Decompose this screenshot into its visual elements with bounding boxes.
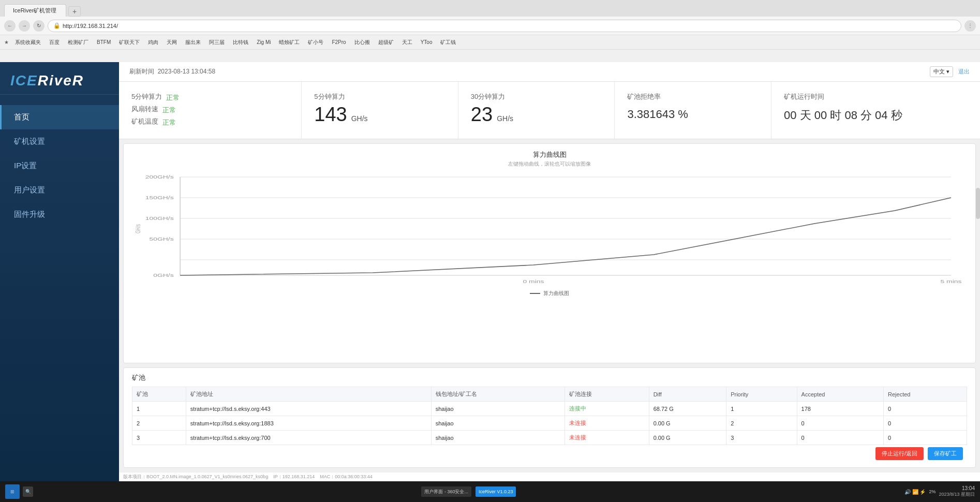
cell-pool-id: 3 xyxy=(132,431,186,445)
system-clock: 13:04 2023/8/13 星期日 xyxy=(939,485,975,498)
bookmark-15[interactable]: 比心搬 xyxy=(352,38,372,47)
bookmark-16[interactable]: 超级矿 xyxy=(376,38,396,47)
sidebar-logo: ICERiveR xyxy=(0,62,119,95)
bookmark-3[interactable]: 检测矿厂 xyxy=(66,38,91,47)
taskbar-system: 🔊 📶 ⚡ 2% 13:04 2023/8/13 星期日 xyxy=(904,485,975,498)
svg-text:5 mins: 5 mins xyxy=(940,279,961,284)
sidebar-item-ip-settings[interactable]: IP设置 xyxy=(0,154,119,178)
logo: ICERiveR xyxy=(10,72,109,89)
start-button[interactable]: ⊞ xyxy=(5,484,20,499)
col-header-rejected: Rejected xyxy=(884,387,967,402)
cell-accepted: 0 xyxy=(797,416,883,431)
logo-ice: ICE xyxy=(10,72,38,88)
browser-chrome: IceRiver矿机管理 + ← → ↻ 🔒 http://192.168.31… xyxy=(0,0,980,62)
bookmark-1[interactable]: 系统收藏夹 xyxy=(13,38,43,47)
taskbar-start: ⊞ 🔍 xyxy=(5,484,33,499)
table-row: 1 stratum+tcp://lsd.s.eksy.org:443 shaij… xyxy=(132,402,967,416)
sidebar-item-user-settings[interactable]: 用户设置 xyxy=(0,178,119,202)
sidebar-item-home[interactable]: 首页 xyxy=(0,105,119,129)
chart-legend: 算力曲线图 xyxy=(132,290,967,297)
bookmark-14[interactable]: F2Pro xyxy=(330,38,348,46)
stop-button[interactable]: 停止运行/返回 xyxy=(875,447,924,460)
menu-button[interactable]: ⋮ xyxy=(964,20,976,32)
bookmark-8[interactable]: 服出来 xyxy=(183,38,203,47)
cell-pool-address: stratum+tcp://lsd.s.eksy.org:700 xyxy=(186,431,431,445)
col-header-connection: 矿池连接 xyxy=(565,387,649,402)
cell-pool-address: stratum+tcp://lsd.s.eksy.org:443 xyxy=(186,402,431,416)
back-button[interactable]: ← xyxy=(4,20,16,32)
svg-text:0 mins: 0 mins xyxy=(523,279,544,284)
sidebar-nav: 首页 矿机设置 IP设置 用户设置 固件升级 xyxy=(0,95,119,237)
bookmark-10[interactable]: 比特钱 xyxy=(231,38,250,47)
bookmark-11[interactable]: Zig Mi xyxy=(255,38,273,46)
chart-area[interactable]: 200GH/s 150GH/s 100GH/s 50GH/s 0GH/s GH/… xyxy=(132,172,967,286)
stat-card-5min: 5分钟算力 143 GH/s xyxy=(302,82,458,139)
system-tray: 🔊 📶 ⚡ 2% xyxy=(904,489,936,495)
bookmark-18[interactable]: YToo xyxy=(419,38,435,46)
version-bar: 版本项目：BOOT_2.0.MN.image_1.0.0627_V1_ks0mr… xyxy=(119,472,980,481)
cell-wallet: shaijao xyxy=(431,402,565,416)
sidebar-item-miner-settings[interactable]: 矿机设置 xyxy=(0,129,119,154)
forward-button[interactable]: → xyxy=(19,20,30,32)
legend-line xyxy=(530,293,540,294)
cell-rejected: 0 xyxy=(884,402,967,416)
svg-text:GH/s: GH/s xyxy=(135,224,141,233)
bookmark-2[interactable]: 百度 xyxy=(47,38,62,47)
stat-card-30min: 30分钟算力 23 GH/s xyxy=(458,82,615,139)
stat-value-5min: 143 GH/s xyxy=(314,104,446,126)
col-header-diff: Diff xyxy=(649,387,726,402)
stat-card-status: 5分钟算力 正常 风扇转速 正常 矿机温度 正常 xyxy=(119,82,302,139)
chart-section: 算力曲线图 左键拖动曲线，滚轮也可以缩放图像 200GH/s 150GH/s xyxy=(123,143,976,363)
col-header-pool-address: 矿池地址 xyxy=(186,387,431,402)
cell-wallet: shaijao xyxy=(431,431,565,445)
stat-card-uptime: 矿机运行时间 00 天 00 时 08 分 04 秒 xyxy=(771,82,980,139)
bookmark-19[interactable]: 矿工钱 xyxy=(438,38,458,47)
bookmark-12[interactable]: 蜡烛矿工 xyxy=(277,38,302,47)
cell-accepted: 0 xyxy=(797,431,883,445)
cell-priority: 3 xyxy=(726,431,797,445)
header-right: 中文 ▾ 退出 xyxy=(930,66,970,77)
pool-title: 矿池 xyxy=(132,373,967,382)
bookmark-7[interactable]: 天网 xyxy=(165,38,179,47)
browser-tab[interactable]: IceRiver矿机管理 xyxy=(4,4,66,17)
save-button[interactable]: 保存矿工 xyxy=(928,447,963,460)
cell-accepted: 178 xyxy=(797,402,883,416)
svg-text:200GH/s: 200GH/s xyxy=(145,174,174,180)
bottom-actions: 停止运行/返回 保存矿工 xyxy=(132,445,967,462)
system-percent: 2% xyxy=(929,489,936,494)
header-time: 刷新时间 2023-08-13 13:04:58 xyxy=(129,67,215,76)
bookmark-5[interactable]: 矿联天下 xyxy=(117,38,142,47)
col-header-wallet: 钱包地址/矿工名 xyxy=(431,387,565,402)
refresh-button[interactable]: ↻ xyxy=(33,20,44,32)
bookmark-13[interactable]: 矿小号 xyxy=(306,38,325,47)
browser-nav: ← → ↻ 🔒 http://192.168.31.214/ ⋮ xyxy=(0,17,980,35)
taskbar-search[interactable]: 🔍 xyxy=(23,486,33,497)
chart-svg: 200GH/s 150GH/s 100GH/s 50GH/s 0GH/s GH/… xyxy=(132,172,967,286)
lang-selector[interactable]: 中文 ▾ xyxy=(930,66,953,77)
address-bar[interactable]: 🔒 http://192.168.31.214/ xyxy=(48,20,961,32)
taskbar-browser[interactable]: IceRiver V1.0.23 xyxy=(476,486,516,497)
taskbar-user-app[interactable]: 用户界面 - 360安全... xyxy=(421,486,471,497)
bookmark-17[interactable]: 天工 xyxy=(400,38,414,47)
pool-section: 矿池 矿池 矿池地址 钱包地址/矿工名 矿池连接 Diff Priority A… xyxy=(123,367,976,468)
bookmark-6[interactable]: 鸡肉 xyxy=(146,38,160,47)
logout-button[interactable]: 退出 xyxy=(958,68,970,76)
bookmarks-label: ★ xyxy=(4,39,9,45)
chart-subtitle: 左键拖动曲线，滚轮也可以缩放图像 xyxy=(132,160,967,168)
scrollbar-handle[interactable] xyxy=(976,188,980,219)
cell-pool-id: 1 xyxy=(132,402,186,416)
bookmark-9[interactable]: 阿三届 xyxy=(207,38,227,47)
cell-pool-id: 2 xyxy=(132,416,186,431)
cell-connection: 未连接 xyxy=(565,416,649,431)
col-header-accepted: Accepted xyxy=(797,387,883,402)
svg-text:0GH/s: 0GH/s xyxy=(153,273,174,278)
header-bar: 刷新时间 2023-08-13 13:04:58 中文 ▾ 退出 xyxy=(119,62,980,82)
table-row: 3 stratum+tcp://lsd.s.eksy.org:700 shaij… xyxy=(132,431,967,445)
cell-diff: 68.72 G xyxy=(649,402,726,416)
new-tab-button[interactable]: + xyxy=(68,6,81,17)
stat-card-reject: 矿池拒绝率 3.381643 % xyxy=(615,82,771,139)
bookmark-4[interactable]: BTFM xyxy=(95,38,113,46)
sidebar-item-firmware-upgrade[interactable]: 固件升级 xyxy=(0,202,119,227)
cell-priority: 2 xyxy=(726,416,797,431)
browser-tabs: IceRiver矿机管理 + xyxy=(0,0,980,17)
